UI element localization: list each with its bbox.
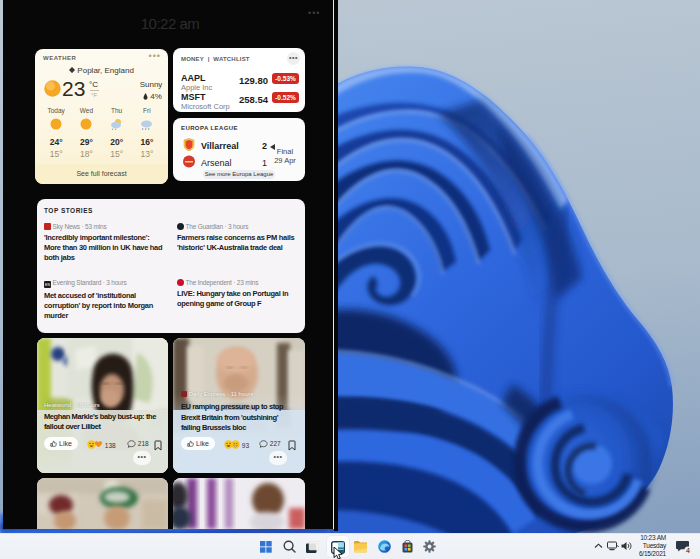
svg-text:4: 4 <box>686 547 690 554</box>
